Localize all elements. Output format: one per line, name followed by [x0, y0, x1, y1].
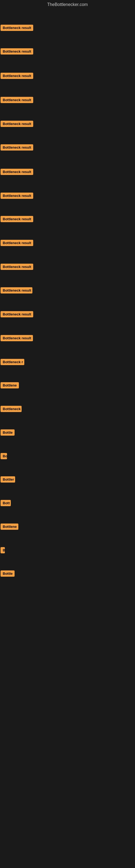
bottleneck-badge-row: Bottlene: [1, 524, 18, 531]
bottleneck-result-badge[interactable]: Bottleneck result: [1, 144, 33, 151]
bottleneck-badge-row: Bottlene: [1, 382, 19, 390]
bottleneck-result-badge[interactable]: Bottleneck result: [1, 169, 33, 175]
bottleneck-badge-row: Bottleneck result: [1, 240, 33, 247]
bottleneck-badge-row: Bo: [1, 453, 7, 460]
bottleneck-badge-row: Bottleneck result: [1, 97, 33, 104]
bottleneck-result-badge[interactable]: Bottleneck result: [1, 311, 33, 317]
bottleneck-badge-row: Bottleneck result: [1, 144, 33, 152]
bottleneck-badge-row: Bottleneck result: [1, 169, 33, 176]
bottleneck-badge-row: Bottleneck result: [1, 311, 33, 318]
bottleneck-result-badge[interactable]: Bottlene: [1, 382, 19, 389]
bottleneck-badge-row: B: [1, 547, 5, 554]
bottleneck-result-badge[interactable]: Bottleneck result: [1, 240, 33, 246]
bottleneck-badge-row: Bottleneck result: [1, 73, 33, 80]
bottleneck-result-badge[interactable]: Bottleneck result: [1, 48, 33, 55]
bottleneck-badge-row: Bottleneck result: [1, 121, 33, 128]
bottleneck-badge-row: Bottleneck result: [1, 48, 33, 56]
bottleneck-result-badge[interactable]: Bottlene: [1, 524, 18, 530]
bottleneck-result-badge[interactable]: Bottleneck result: [1, 216, 33, 222]
bottleneck-badge-row: Bottleneck result: [1, 193, 33, 200]
bottleneck-result-badge[interactable]: Bottleneck result: [1, 121, 33, 127]
bottleneck-badge-row: Bottleneck result: [1, 335, 33, 342]
bottleneck-result-badge[interactable]: Bo: [1, 453, 7, 459]
bottleneck-badge-row: Bottleneck r: [1, 359, 24, 366]
bottleneck-result-badge[interactable]: Bottleneck result: [1, 193, 33, 199]
site-title: TheBottlenecker.com: [0, 0, 135, 9]
bottleneck-badge-row: Bottler: [1, 476, 15, 484]
bottleneck-result-badge[interactable]: Bottleneck result: [1, 73, 33, 79]
bottleneck-badge-row: Bottleneck result: [1, 287, 32, 294]
bottleneck-result-badge[interactable]: Bottle: [1, 429, 14, 436]
bottleneck-result-badge[interactable]: B: [1, 547, 5, 553]
bottleneck-result-badge[interactable]: Bottleneck result: [1, 335, 33, 341]
bottleneck-badge-row: Bottle: [1, 570, 14, 578]
bottleneck-badge-row: Bottleneck result: [1, 264, 33, 271]
bottleneck-badge-row: Bottle: [1, 429, 14, 437]
bottleneck-result-badge[interactable]: Bottle: [1, 570, 14, 577]
bottleneck-badge-row: Bottleneck: [1, 406, 21, 413]
bottleneck-result-badge[interactable]: Bottleneck r: [1, 359, 24, 365]
bottleneck-result-badge[interactable]: Bottler: [1, 476, 15, 483]
bottleneck-result-badge[interactable]: Bottleneck: [1, 406, 21, 412]
bottleneck-result-badge[interactable]: Bottleneck result: [1, 264, 33, 270]
bottleneck-result-badge[interactable]: Bottleneck result: [1, 97, 33, 103]
bottleneck-result-badge[interactable]: Bottleneck result: [1, 287, 32, 293]
bottleneck-badge-row: Bottleneck result: [1, 25, 33, 32]
bottleneck-badge-row: Bott: [1, 500, 11, 507]
bottleneck-result-badge[interactable]: Bott: [1, 500, 11, 506]
bottleneck-badge-row: Bottleneck result: [1, 216, 33, 223]
bottleneck-result-badge[interactable]: Bottleneck result: [1, 25, 33, 31]
